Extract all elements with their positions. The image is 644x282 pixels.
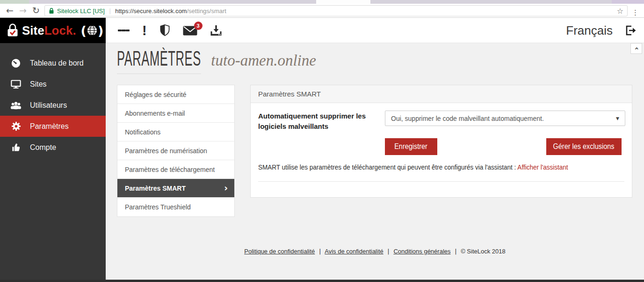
site-domain: tuto-amen.online [211, 52, 316, 69]
sidebar-item-label: Utilisateurs [30, 101, 67, 110]
gear-icon [10, 121, 22, 131]
caret-down-icon: ▼ [616, 116, 619, 121]
download-icon[interactable] [210, 24, 222, 37]
settings-menu-item-email-subscriptions[interactable]: Abonnements e-mail [117, 104, 234, 123]
alerts-icon[interactable]: ! [142, 23, 147, 38]
logo-text: SiteLock. [22, 23, 76, 38]
sidebar-item-label: Paramètres [30, 122, 69, 131]
privacy-policy-link[interactable]: Politique de confidentialité [244, 248, 315, 255]
smart-settings-panel: Paramètres SMART Automatiquement supprim… [250, 85, 632, 198]
menu-icon[interactable] [118, 28, 130, 33]
panel-divider [258, 181, 624, 182]
sidebar-item-label: Compte [30, 143, 56, 152]
main-content: › PARAMÈTRES tuto-amen.online Réglages d… [106, 43, 644, 280]
language-selector[interactable]: Français [566, 18, 613, 43]
smart-note: SMART utilise les paramètres de téléchar… [258, 163, 568, 171]
panel-title: Paramètres SMART [251, 85, 632, 103]
settings-menu: Réglages de sécurité Abonnements e-mail … [117, 85, 235, 217]
scroll-top-button[interactable]: › [630, 43, 642, 54]
settings-menu-item-notifications[interactable]: Notifications [117, 123, 234, 141]
padlock-icon [6, 23, 20, 38]
globe-icon [87, 25, 98, 36]
thumbs-up-icon [10, 142, 22, 152]
sitelock-app-window: ← → ↻ Sitelock LLC [US] | https://secure… [0, 0, 644, 282]
reload-button[interactable]: ↻ [30, 4, 42, 18]
browser-tab-strip [0, 0, 644, 4]
bottom-edge-bar [0, 280, 644, 282]
ev-badge-label: Sitelock LLC [US] [57, 7, 105, 15]
globe-emblem: ( ) [81, 24, 104, 37]
forward-button[interactable]: → [17, 4, 29, 18]
page-title-text: PARAMÈTRES [117, 47, 201, 74]
manage-exclusions-button[interactable]: Gérer les exclusions [546, 138, 622, 155]
users-icon [10, 101, 22, 110]
sidebar-item-account[interactable]: Compte [0, 137, 106, 158]
bookmark-star-icon[interactable]: ☆ [617, 7, 623, 15]
messages-icon[interactable]: 3 [183, 26, 197, 36]
browser-toolbar: ← → ↻ Sitelock LLC [US] | https://secure… [0, 4, 644, 18]
sidebar-item-settings[interactable]: Paramètres [0, 116, 106, 137]
sidebar-nav: Tableau de bord Sites [0, 43, 106, 280]
sidebar-item-dashboard[interactable]: Tableau de bord [0, 52, 106, 74]
url-separator: | [109, 7, 111, 15]
chevron-right-icon: › [224, 184, 228, 193]
settings-menu-item-download[interactable]: Paramètres de téléchargement [117, 160, 234, 179]
url-host: https://secure.sitelock.com [115, 7, 187, 15]
copyright: © SiteLock 2018 [461, 248, 506, 255]
settings-menu-item-security[interactable]: Réglages de sécurité [117, 85, 234, 104]
sidebar-item-users[interactable]: Utilisateurs [0, 95, 106, 116]
terms-link[interactable]: Conditions générales [393, 248, 450, 255]
auto-remove-label: Automatiquement supprimer les logiciels … [258, 111, 388, 132]
lock-icon [49, 7, 54, 14]
settings-menu-item-scan[interactable]: Paramètres de numérisation [117, 141, 234, 160]
address-bar[interactable]: Sitelock LLC [US] | https://secure.sitel… [44, 5, 628, 16]
header-icon-bar: ! 3 [118, 18, 222, 43]
settings-menu-item-smart[interactable]: Paramètres SMART › [117, 179, 234, 198]
sitelock-logo[interactable]: SiteLock. ( ) [0, 18, 106, 43]
page-title: PARAMÈTRES tuto-amen.online [117, 47, 316, 74]
sidebar-item-label: Sites [30, 80, 47, 89]
auto-remove-select-value: Oui, supprimer le code malveillant autom… [391, 115, 544, 122]
shield-icon[interactable] [159, 24, 170, 37]
messages-count-badge: 3 [194, 22, 203, 30]
show-wizard-link[interactable]: Afficher l'assistant [517, 163, 568, 171]
ev-certificate-badge[interactable]: Sitelock LLC [US] [49, 7, 105, 15]
monitor-icon [10, 80, 22, 89]
app-header: SiteLock. ( ) ! [0, 18, 644, 43]
sidebar-item-label: Tableau de bord [30, 59, 84, 67]
dashboard-icon [10, 58, 22, 68]
auto-remove-select[interactable]: Oui, supprimer le code malveillant autom… [385, 111, 625, 126]
url-path: /settings/smart [187, 7, 226, 15]
sidebar-item-sites[interactable]: Sites [0, 74, 106, 95]
privacy-notice-link[interactable]: Avis de confidentialité [325, 248, 384, 255]
save-button[interactable]: Enregistrer [385, 138, 437, 155]
back-button[interactable]: ← [4, 4, 16, 18]
settings-menu-item-trueshield[interactable]: Paramètres Trueshield [117, 198, 234, 216]
page-footer: Politique de confidentialité | Avis de c… [106, 248, 644, 255]
browser-menu-icon[interactable]: ⋮ [632, 8, 639, 17]
chevron-up-icon: › [632, 47, 641, 50]
logout-icon[interactable] [623, 24, 637, 39]
